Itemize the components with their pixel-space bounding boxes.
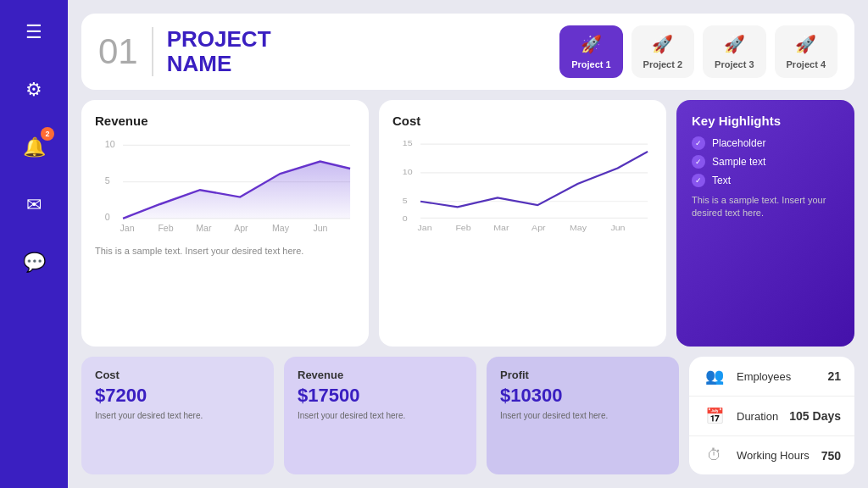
tab-project-4[interactable]: 🚀 Project 4 xyxy=(775,25,837,78)
highlight-text-2: Sample text xyxy=(712,156,765,168)
employees-value: 21 xyxy=(827,369,841,383)
revenue-label: Revenue xyxy=(298,369,463,381)
highlights-description: This is a sample text. Insert your desir… xyxy=(692,194,839,220)
tab-1-label: Project 1 xyxy=(571,59,610,69)
tab-project-1[interactable]: 🚀 Project 1 xyxy=(559,25,622,78)
svg-text:Apr: Apr xyxy=(234,223,248,233)
duration-metric-row: 📅 Duration 105 Days xyxy=(689,396,854,436)
menu-icon[interactable]: ☰ xyxy=(17,15,51,49)
employees-label: Employees xyxy=(737,370,817,383)
tab-4-label: Project 4 xyxy=(787,59,826,69)
employees-icon: 👥 xyxy=(703,367,726,385)
highlight-text-3: Text xyxy=(712,175,731,186)
cost-label: Cost xyxy=(95,369,260,381)
tab-3-label: Project 3 xyxy=(715,59,754,69)
svg-marker-6 xyxy=(123,162,350,219)
svg-text:Feb: Feb xyxy=(158,223,173,233)
clock-icon: ⏱ xyxy=(703,446,726,464)
svg-text:0: 0 xyxy=(105,212,110,222)
cost-chart-card: Cost 15 10 5 0 Jan Feb Mar Apr May Jun xyxy=(379,100,666,347)
project-number: 01 xyxy=(98,31,138,72)
svg-text:May: May xyxy=(570,223,587,232)
revenue-chart-card: Revenue 10 5 0 xyxy=(81,100,369,347)
svg-text:May: May xyxy=(272,223,290,233)
revenue-stat-card: Revenue $17500 Insert your desired text … xyxy=(284,357,476,474)
settings-icon[interactable]: ⚙ xyxy=(17,73,51,107)
project-tabs: 🚀 Project 1 🚀 Project 2 🚀 Project 3 🚀 Pr… xyxy=(559,25,837,78)
rocket-icon-4: 🚀 xyxy=(795,34,816,54)
sidebar: ☰ ⚙ 🔔 2 ✉ 💬 xyxy=(0,0,68,488)
profit-label: Profit xyxy=(500,369,665,381)
mail-icon[interactable]: ✉ xyxy=(17,188,51,222)
middle-row: Revenue 10 5 0 xyxy=(81,100,854,347)
svg-text:10: 10 xyxy=(403,167,413,176)
cost-value: $7200 xyxy=(95,385,260,407)
cost-stat-card: Cost $7200 Insert your desired text here… xyxy=(81,357,274,474)
highlights-title: Key Highlights xyxy=(692,114,839,128)
tab-2-label: Project 2 xyxy=(643,59,682,69)
svg-text:Mar: Mar xyxy=(196,223,212,233)
svg-text:Apr: Apr xyxy=(531,223,546,232)
calendar-icon: 📅 xyxy=(703,407,726,425)
rocket-icon: 🚀 xyxy=(581,34,602,54)
cost-desc: Insert your desired text here. xyxy=(95,410,260,422)
highlight-item-2: ✓ Sample text xyxy=(692,155,839,169)
highlight-item-1: ✓ Placeholder xyxy=(692,136,839,150)
notification-badge: 2 xyxy=(41,127,54,141)
svg-text:5: 5 xyxy=(403,196,408,205)
rocket-icon-2: 🚀 xyxy=(652,34,673,54)
svg-text:Feb: Feb xyxy=(455,223,471,232)
cost-chart-svg: 15 10 5 0 Jan Feb Mar Apr May Jun xyxy=(392,133,653,235)
main-content: 01 PROJECT NAME 🚀 Project 1 🚀 Project 2 … xyxy=(68,0,868,488)
duration-label: Duration xyxy=(737,410,779,423)
profit-value: $10300 xyxy=(500,385,665,407)
working-hours-metric-row: ⏱ Working Hours 750 xyxy=(689,436,854,474)
project-header-card: 01 PROJECT NAME 🚀 Project 1 🚀 Project 2 … xyxy=(81,14,854,90)
highlight-item-3: ✓ Text xyxy=(692,174,839,187)
svg-text:Jan: Jan xyxy=(418,223,432,232)
bottom-row: Cost $7200 Insert your desired text here… xyxy=(81,357,854,474)
highlights-card: Key Highlights ✓ Placeholder ✓ Sample te… xyxy=(676,100,854,347)
employees-metric-row: 👥 Employees 21 xyxy=(689,357,854,396)
tab-project-2[interactable]: 🚀 Project 2 xyxy=(632,25,694,78)
highlight-text-1: Placeholder xyxy=(712,137,765,149)
revenue-sample-text: This is a sample text. Insert your desir… xyxy=(95,245,355,258)
check-icon-3: ✓ xyxy=(692,174,705,187)
working-hours-value: 750 xyxy=(821,449,841,463)
svg-text:Jan: Jan xyxy=(120,223,135,233)
revenue-chart-svg: 10 5 0 Jan Feb Mar xyxy=(95,133,355,235)
duration-value: 105 Days xyxy=(789,409,841,423)
project-title-block: PROJECT NAME xyxy=(152,27,559,75)
rocket-icon-3: 🚀 xyxy=(724,34,745,54)
notification-icon[interactable]: 🔔 2 xyxy=(17,130,51,164)
project-title: PROJECT NAME xyxy=(167,27,559,75)
revenue-chart-title: Revenue xyxy=(95,114,355,128)
svg-text:Jun: Jun xyxy=(313,223,327,233)
revenue-desc: Insert your desired text here. xyxy=(298,410,463,422)
cost-chart-title: Cost xyxy=(392,114,653,128)
revenue-value: $17500 xyxy=(298,385,463,407)
check-icon-2: ✓ xyxy=(692,155,705,169)
tab-project-3[interactable]: 🚀 Project 3 xyxy=(703,25,765,78)
svg-text:0: 0 xyxy=(403,214,408,223)
svg-text:10: 10 xyxy=(105,139,115,149)
check-icon-1: ✓ xyxy=(692,136,705,150)
svg-text:5: 5 xyxy=(105,175,110,186)
profit-stat-card: Profit $10300 Insert your desired text h… xyxy=(487,357,679,474)
metrics-panel: 👥 Employees 21 📅 Duration 105 Days ⏱ Wor… xyxy=(689,357,854,474)
chat-icon[interactable]: 💬 xyxy=(17,246,51,280)
svg-text:Mar: Mar xyxy=(493,223,509,232)
working-hours-label: Working Hours xyxy=(737,449,811,462)
svg-text:Jun: Jun xyxy=(610,223,625,232)
profit-desc: Insert your desired text here. xyxy=(500,410,665,422)
svg-text:15: 15 xyxy=(403,139,413,148)
